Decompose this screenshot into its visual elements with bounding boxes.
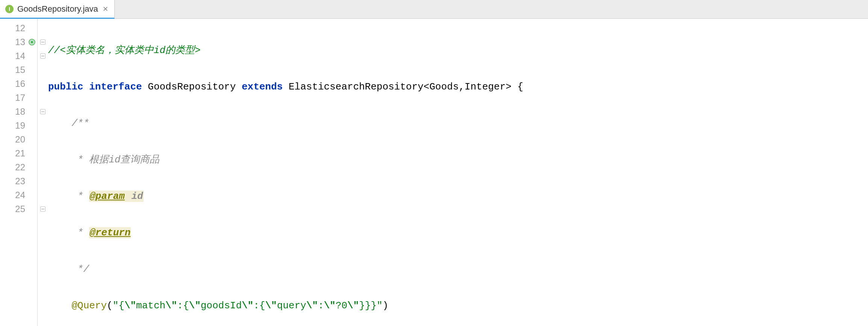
string-literal: }}}" — [359, 300, 382, 311]
code-editor[interactable]: 12 13 14 15 16 17 18 19 20 21 22 23 24 2… — [0, 19, 868, 326]
string-esc: \" — [306, 300, 318, 311]
javadoc-desc: * 根据id查询商品 — [71, 154, 159, 165]
line-number: 21 — [0, 146, 37, 160]
parent-type: ElasticsearchRepository<Goods,Integer> { — [289, 81, 523, 92]
fold-marker-placeholder — [38, 160, 48, 174]
string-literal: goodsId — [201, 300, 242, 311]
line-number: 18 — [0, 105, 37, 118]
line-number: 25 — [0, 202, 37, 216]
string-esc: \" — [189, 300, 201, 311]
string-literal: ?0 — [336, 300, 347, 311]
javadoc-line: * — [71, 227, 89, 238]
keyword-extends: extends — [242, 81, 283, 92]
line-number: 13 — [0, 35, 37, 49]
string-esc: \" — [265, 300, 277, 311]
line-number: 16 — [0, 77, 37, 91]
string-literal: : — [318, 300, 324, 311]
string-literal: query — [277, 300, 306, 311]
line-number: 14 — [0, 49, 37, 63]
string-esc: \" — [347, 300, 359, 311]
fold-marker-placeholder — [38, 146, 48, 160]
string-literal: "{ — [113, 300, 124, 311]
line-number: 24 — [0, 188, 37, 202]
fold-marker-open[interactable] — [38, 35, 48, 49]
fold-marker-placeholder — [38, 63, 48, 77]
keyword-interface: interface — [89, 81, 142, 92]
tab-title: GoodsRepository.java — [17, 4, 98, 14]
annotation-query: @Query — [71, 300, 107, 311]
editor-tab[interactable]: I GoodsRepository.java ✕ — [0, 0, 115, 19]
line-number: 23 — [0, 174, 37, 188]
fold-marker-placeholder — [38, 118, 48, 132]
string-literal: :{ — [177, 300, 189, 311]
paren-open: ( — [107, 300, 113, 311]
string-esc: \" — [324, 300, 335, 311]
fold-marker-close[interactable] — [38, 105, 48, 118]
keyword-public: public — [48, 81, 83, 92]
string-esc: \" — [165, 300, 177, 311]
javadoc-param-name: id — [125, 191, 144, 202]
javadoc-line: * — [71, 191, 89, 202]
string-esc: \" — [124, 300, 136, 311]
line-number: 15 — [0, 63, 37, 77]
fold-marker-placeholder — [38, 21, 48, 35]
line-number: 17 — [0, 91, 37, 105]
fold-marker-close[interactable] — [38, 202, 48, 216]
fold-column — [38, 19, 48, 326]
javadoc-param-tag: @param — [89, 191, 125, 202]
fold-marker-placeholder — [38, 132, 48, 146]
string-literal: :{ — [253, 300, 265, 311]
close-icon[interactable]: ✕ — [102, 5, 109, 13]
javadoc-close: */ — [71, 264, 89, 275]
fold-marker-placeholder — [38, 91, 48, 105]
line-number: 19 — [0, 118, 37, 132]
comment-text: //<实体类名，实体类中id的类型> — [48, 45, 201, 56]
fold-marker-placeholder — [38, 77, 48, 91]
javadoc-open: /** — [71, 118, 89, 129]
interface-file-icon: I — [5, 5, 14, 13]
line-number: 20 — [0, 132, 37, 146]
line-number-gutter: 12 13 14 15 16 17 18 19 20 21 22 23 24 2… — [0, 19, 38, 326]
fold-marker-placeholder — [38, 174, 48, 188]
paren-close: ) — [383, 300, 389, 311]
line-number: 12 — [0, 21, 37, 35]
code-area[interactable]: //<实体类名，实体类中id的类型> public interface Good… — [48, 19, 868, 326]
svg-point-1 — [31, 41, 33, 43]
line-number: 22 — [0, 160, 37, 174]
fold-marker-open[interactable] — [38, 49, 48, 63]
string-esc: \" — [242, 300, 253, 311]
fold-marker-placeholder — [38, 188, 48, 202]
type-name: GoodsRepository — [148, 81, 236, 92]
implemented-interface-icon[interactable] — [28, 38, 36, 46]
tab-bar: I GoodsRepository.java ✕ — [0, 0, 868, 19]
string-literal: match — [136, 300, 165, 311]
javadoc-return-tag: @return — [89, 227, 131, 238]
